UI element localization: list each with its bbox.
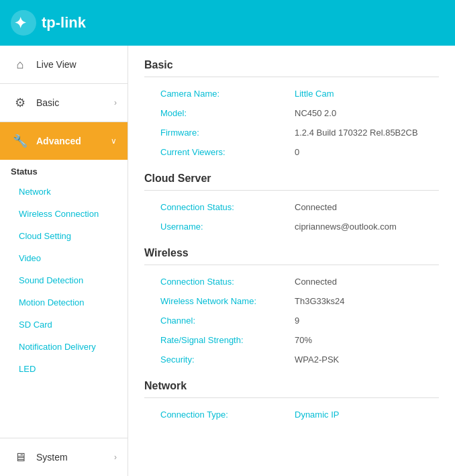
table-row: Connection Type: Dynamic IP — [144, 405, 439, 424]
basic-table: Camera Name: Little Cam Model: NC450 2.0… — [144, 84, 439, 162]
table-row: Security: WPA2-PSK — [144, 350, 439, 369]
model-value: NC450 2.0 — [279, 103, 439, 123]
main-content: Basic Camera Name: Little Cam Model: NC4… — [128, 46, 455, 476]
cloud-server-table: Connection Status: Connected Username: c… — [144, 197, 439, 236]
wireless-channel-label: Channel: — [144, 311, 279, 330]
sidebar-item-live-view[interactable]: ⌂ Live View — [0, 46, 128, 84]
firmware-value: 1.2.4 Build 170322 Rel.85B2CB — [279, 123, 439, 142]
sidebar-item-cloud-setting[interactable]: Cloud Setting — [0, 225, 128, 247]
sidebar-item-video[interactable]: Video — [0, 247, 128, 269]
table-row: Firmware: 1.2.4 Build 170322 Rel.85B2CB — [144, 123, 439, 142]
sidebar-item-basic[interactable]: ⚙ Basic › — [0, 84, 128, 122]
wireless-table: Connection Status: Connected Wireless Ne… — [144, 272, 439, 369]
live-view-label: Live View — [36, 59, 117, 70]
wireless-rate-value: 70% — [279, 330, 439, 350]
network-section: Network Connection Type: Dynamic IP — [144, 380, 439, 424]
table-row: Camera Name: Little Cam — [144, 84, 439, 103]
system-label: System — [36, 452, 114, 463]
cloud-connection-status-value: Connected — [279, 197, 439, 217]
tp-link-logo-icon: ✦ — [11, 10, 36, 36]
cloud-server-section: Cloud Server Connection Status: Connecte… — [144, 173, 439, 236]
wireless-connection-status-label: Connection Status: — [144, 272, 279, 291]
connection-type-label: Connection Type: — [144, 405, 279, 424]
table-row: Username: cipriannews@outlook.com — [144, 217, 439, 236]
table-row: Model: NC450 2.0 — [144, 103, 439, 123]
current-viewers-label: Current Viewers: — [144, 142, 279, 162]
network-section-title: Network — [144, 380, 439, 392]
chevron-right-icon: › — [114, 98, 117, 107]
wireless-connection-status-value: Connected — [279, 272, 439, 291]
camera-name-label: Camera Name: — [144, 84, 279, 103]
table-row: Channel: 9 — [144, 311, 439, 330]
sidebar-item-sound-detection[interactable]: Sound Detection — [0, 269, 128, 291]
basic-label: Basic — [36, 97, 114, 108]
basic-section-title: Basic — [144, 59, 439, 71]
cloud-username-label: Username: — [144, 217, 279, 236]
cloud-connection-status-label: Connection Status: — [144, 197, 279, 217]
cloud-username-value: cipriannews@outlook.com — [279, 217, 439, 236]
wireless-security-label: Security: — [144, 350, 279, 369]
sidebar-item-led[interactable]: LED — [0, 358, 128, 380]
system-icon: 🖥 — [11, 448, 30, 467]
table-row: Rate/Signal Strength: 70% — [144, 330, 439, 350]
wireless-channel-value: 9 — [279, 311, 439, 330]
svg-text:✦: ✦ — [14, 15, 26, 32]
gear-icon: ⚙ — [11, 93, 30, 112]
wrench-icon: 🔧 — [11, 132, 30, 150]
sidebar-item-notification-delivery[interactable]: Notification Delivery — [0, 336, 128, 358]
wireless-divider — [144, 265, 439, 265]
advanced-label: Advanced — [36, 136, 111, 146]
chevron-down-icon: ∨ — [111, 136, 117, 146]
table-row: Wireless Network Name: Th3G33ks24 — [144, 291, 439, 311]
wireless-section: Wireless Connection Status: Connected Wi… — [144, 247, 439, 369]
sidebar-item-network[interactable]: Network — [0, 181, 128, 203]
wireless-rate-label: Rate/Signal Strength: — [144, 330, 279, 350]
current-viewers-value: 0 — [279, 142, 439, 162]
camera-name-value: Little Cam — [279, 84, 439, 103]
table-row: Connection Status: Connected — [144, 197, 439, 217]
connection-type-value: Dynamic IP — [279, 405, 439, 424]
advanced-submenu: Status Network Wireless Connection Cloud… — [0, 160, 128, 380]
table-row: Connection Status: Connected — [144, 272, 439, 291]
wireless-network-name-value: Th3G33ks24 — [279, 291, 439, 311]
firmware-label: Firmware: — [144, 123, 279, 142]
sidebar-item-motion-detection[interactable]: Motion Detection — [0, 291, 128, 314]
sidebar-item-sd-card[interactable]: SD Card — [0, 314, 128, 336]
network-table: Connection Type: Dynamic IP — [144, 405, 439, 424]
status-section-header: Status — [0, 160, 128, 181]
model-label: Model: — [144, 103, 279, 123]
cloud-server-section-title: Cloud Server — [144, 173, 439, 185]
sidebar: ⌂ Live View ⚙ Basic › 🔧 Advanced ∨ Statu… — [0, 46, 128, 476]
home-icon: ⌂ — [11, 55, 30, 74]
cloud-server-divider — [144, 190, 439, 191]
sidebar-item-wireless-connection[interactable]: Wireless Connection — [0, 203, 128, 225]
wireless-network-name-label: Wireless Network Name: — [144, 291, 279, 311]
logo-text: tp-link — [42, 14, 86, 32]
network-divider — [144, 397, 439, 398]
logo: ✦ tp-link — [11, 10, 86, 36]
sidebar-item-system[interactable]: 🖥 System › — [0, 438, 128, 476]
table-row: Current Viewers: 0 — [144, 142, 439, 162]
sidebar-item-advanced[interactable]: 🔧 Advanced ∨ — [0, 122, 128, 160]
wireless-security-value: WPA2-PSK — [279, 350, 439, 369]
wireless-section-title: Wireless — [144, 247, 439, 259]
basic-section: Basic Camera Name: Little Cam Model: NC4… — [144, 59, 439, 162]
chevron-right-icon-system: › — [114, 453, 117, 462]
basic-divider — [144, 77, 439, 77]
app-header: ✦ tp-link — [0, 0, 455, 46]
